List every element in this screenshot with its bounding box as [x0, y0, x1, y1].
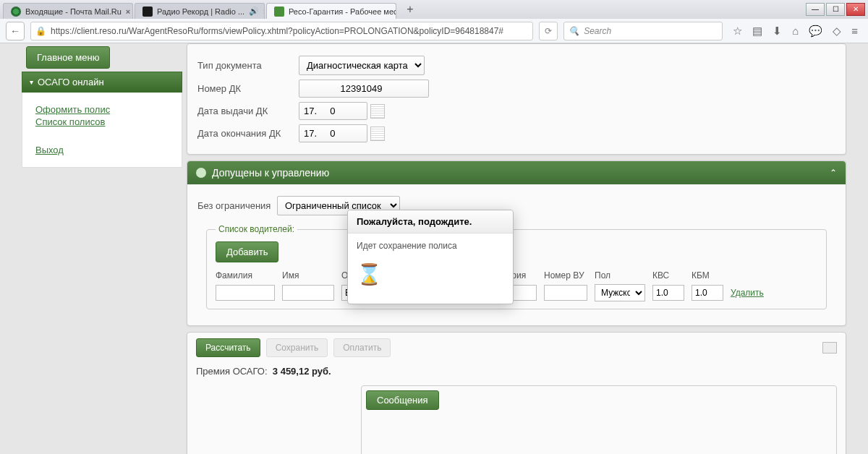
calc-panel: Рассчитать Сохранить Оплатить Премия ОСА… [187, 332, 846, 454]
modal-body: Идет сохранение полиса ⌛ [348, 234, 513, 304]
messages-body [362, 414, 836, 454]
toolbar-icons: ☆ ▤ ⬇ ⌂ 💬 ◇ ≡ [728, 25, 862, 38]
col-kvs: КВС [652, 270, 684, 280]
sidebar-section-label: ОСАГО онлайн [38, 77, 104, 87]
calendar-icon[interactable] [370, 127, 385, 141]
pocket-icon[interactable]: ◇ [833, 25, 841, 38]
col-kbm: КБМ [692, 270, 723, 280]
browser-chrome: Входящие - Почта Mail.Ru × Радио Рекорд … [0, 0, 868, 43]
drivers-legend: Список водителей: [216, 224, 297, 234]
search-placeholder: Search [584, 26, 611, 36]
lock-icon: 🔒 [35, 26, 46, 36]
driver-kvs-input[interactable] [652, 285, 684, 301]
bookmark-icon[interactable]: ☆ [733, 25, 742, 38]
doc-type-label: Тип документа [197, 60, 299, 71]
dk-issue-input[interactable] [299, 102, 367, 120]
doc-type-select[interactable]: Диагностическая карта [299, 56, 425, 75]
driver-row: Мужской Удалить [216, 284, 817, 301]
messages-tab[interactable]: Сообщения [366, 390, 439, 410]
maximize-button[interactable]: ☐ [826, 3, 845, 16]
driver-delete-link[interactable]: Удалить [731, 288, 764, 298]
col-name: Имя [282, 270, 334, 280]
wait-modal: Пожалуйста, подождите. Идет сохранение п… [347, 210, 514, 304]
close-window-button[interactable]: ✕ [846, 3, 865, 16]
sidebar-link-new-policy[interactable]: Оформить полис [35, 104, 169, 115]
dk-issue-label: Дата выдачи ДК [197, 106, 299, 116]
collapse-icon[interactable]: ⌃ [830, 168, 837, 178]
drivers-panel: Допущены к управлению ⌃ Без ограничения … [187, 160, 846, 326]
downloads-icon[interactable]: ⬇ [773, 25, 782, 38]
dk-end-input[interactable] [299, 124, 367, 142]
limit-label: Без ограничения [197, 200, 277, 211]
tab-title: Ресо-Гарантия - Рабочее мес... [289, 7, 396, 16]
main-column: Тип документа Диагностическая карта Номе… [187, 43, 846, 454]
dk-num-input[interactable] [299, 80, 429, 98]
premium-value: 3 459,12 руб. [273, 366, 331, 377]
tab-reso[interactable]: Ресо-Гарантия - Рабочее мес... × [266, 3, 396, 19]
minimize-button[interactable]: — [806, 3, 825, 16]
drivers-header-label: Допущены к управлению [212, 167, 329, 179]
mail-favicon-icon [11, 7, 21, 17]
premium-row: Премия ОСАГО: 3 459,12 руб. [187, 363, 846, 385]
driver-surname-input[interactable] [216, 285, 275, 301]
main-menu-button[interactable]: Главное меню [26, 46, 110, 69]
back-button[interactable]: ← [6, 22, 25, 40]
driver-sex-select[interactable]: Мужской [595, 284, 645, 301]
tab-close-icon[interactable]: × [263, 7, 265, 16]
add-driver-button[interactable]: Добавить [216, 241, 278, 262]
person-icon [196, 168, 206, 178]
dk-num-label: Номер ДК [197, 83, 299, 94]
tab-title: Радио Рекорд | Radio ... [157, 7, 244, 16]
sidebar-link-exit[interactable]: Выход [35, 145, 169, 155]
tab-bar: Входящие - Почта Mail.Ru × Радио Рекорд … [0, 0, 868, 19]
home-icon[interactable]: ⌂ [792, 25, 799, 38]
modal-title: Пожалуйста, подождите. [348, 210, 513, 234]
tab-close-icon[interactable]: × [126, 7, 130, 16]
messages-panel: Сообщения [361, 385, 837, 454]
driver-columns-header: Фамилия Имя От ? Серия Номер ВУ Пол КВС … [216, 270, 817, 281]
print-icon[interactable] [822, 342, 837, 354]
save-button: Сохранить [266, 338, 328, 357]
document-panel: Тип документа Диагностическая карта Номе… [187, 43, 846, 155]
library-icon[interactable]: ▤ [752, 25, 762, 38]
driver-license-input[interactable] [544, 285, 587, 301]
modal-text: Идет сохранение полиса [357, 241, 457, 251]
hourglass-icon: ⌛ [357, 262, 504, 286]
sidebar-link-policy-list[interactable]: Список полисов [35, 116, 169, 127]
driver-name-input[interactable] [282, 285, 334, 301]
calculate-button[interactable]: Рассчитать [196, 338, 260, 357]
url-text: https://client.reso.ru/WarAgentResoRu/fo… [51, 26, 503, 36]
radio-favicon-icon [142, 7, 153, 17]
search-icon: 🔍 [569, 26, 579, 36]
drivers-header[interactable]: Допущены к управлению ⌃ [187, 161, 846, 184]
col-license: Номер ВУ [544, 270, 587, 280]
sidebar: Главное меню ОСАГО онлайн Оформить полис… [22, 43, 182, 454]
premium-label: Премия ОСАГО: [196, 366, 268, 377]
col-sex: Пол [595, 270, 645, 280]
drivers-fieldset: Список водителей: Добавить Фамилия Имя О… [206, 224, 827, 309]
window-controls: — ☐ ✕ [806, 3, 865, 16]
tab-mail[interactable]: Входящие - Почта Mail.Ru × [3, 3, 133, 19]
url-input[interactable]: 🔒 https://client.reso.ru/WarAgentResoRu/… [30, 22, 533, 40]
reso-favicon-icon [274, 7, 284, 17]
chat-icon[interactable]: 💬 [809, 25, 822, 38]
driver-kbm-input[interactable] [692, 285, 723, 301]
tab-title: Входящие - Почта Mail.Ru [25, 7, 122, 16]
nav-bar: ← 🔒 https://client.reso.ru/WarAgentResoR… [0, 19, 868, 43]
search-input[interactable]: 🔍 Search [563, 22, 723, 40]
col-surname: Фамилия [216, 270, 275, 280]
sidebar-section-osago[interactable]: ОСАГО онлайн [22, 72, 182, 93]
sidebar-links: Оформить полис Список полисов Выход [22, 93, 182, 168]
tab-radio[interactable]: Радио Рекорд | Radio ... 🔊 × [135, 3, 265, 19]
audio-icon[interactable]: 🔊 [249, 7, 259, 16]
calendar-icon[interactable] [370, 104, 385, 119]
reload-button[interactable]: ⟳ [539, 22, 558, 40]
page-body: Главное меню ОСАГО онлайн Оформить полис… [0, 43, 868, 454]
menu-icon[interactable]: ≡ [851, 25, 858, 38]
dk-end-label: Дата окончания ДК [197, 128, 299, 139]
new-tab-button[interactable]: + [402, 2, 418, 17]
pay-button: Оплатить [333, 338, 391, 357]
